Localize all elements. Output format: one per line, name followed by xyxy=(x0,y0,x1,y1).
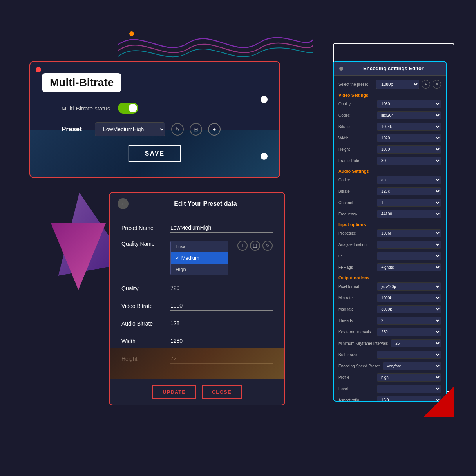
multibitrate-toggle[interactable] xyxy=(118,103,138,114)
width-row: Width xyxy=(121,336,273,346)
analyzeduration-row: Analyzeduration xyxy=(338,241,441,249)
audio-channel-row: Channel 1 xyxy=(338,199,441,207)
min-rate-row: Min rate 1000k xyxy=(338,294,441,302)
pixel-format-select[interactable]: yuv420p xyxy=(377,282,441,291)
max-rate-row: Max rate 3000k xyxy=(338,305,441,313)
framerate-select[interactable]: 30 xyxy=(377,157,441,165)
video-settings-title: Video Settings xyxy=(338,93,441,98)
preset-name-row: Preset Name xyxy=(121,223,273,233)
card-title: Multi-Bitrate xyxy=(42,73,121,92)
encoding-settings-panel: Encoding settings Editor Select the pres… xyxy=(333,61,447,402)
codec-select[interactable]: libx264 xyxy=(377,111,441,119)
min-rate-select[interactable]: 1000k xyxy=(377,294,441,302)
multibitrate-card: Multi-Bitrate Multi-Bitrate status Prese… xyxy=(29,61,280,178)
close-button[interactable]: CLOSE xyxy=(202,385,242,399)
panel-quality-row: Quality 1080 xyxy=(338,100,441,108)
preset-select[interactable]: LowMediumHigh xyxy=(95,122,165,136)
encoding-panel-header: Encoding settings Editor xyxy=(334,62,446,76)
copy-preset-icon-btn[interactable]: ⊟ xyxy=(190,123,202,136)
audio-freq-row: Frequency 44100 xyxy=(338,210,441,218)
panel-title: Encoding settings Editor xyxy=(346,65,440,71)
add-encoding-preset-btn[interactable]: + xyxy=(422,80,430,89)
audio-bitrate-select[interactable]: 128k xyxy=(377,187,441,195)
add-quality-btn[interactable]: + xyxy=(237,241,248,251)
quality-input[interactable] xyxy=(170,283,273,293)
analyzeduration-select[interactable] xyxy=(377,241,441,249)
dropdown-item-low[interactable]: Low xyxy=(171,241,228,252)
profile-select[interactable]: high xyxy=(377,373,441,382)
preset-name-label: Preset Name xyxy=(121,225,165,231)
status-label: Multi-Bitrate status xyxy=(62,105,110,112)
quality-select[interactable]: 1080 xyxy=(377,100,441,108)
ffflags-select[interactable]: +igndts xyxy=(377,263,441,271)
min-keyframe-row: Minimum Keyframe intervals 25 xyxy=(338,339,441,347)
re-row: re xyxy=(338,252,441,260)
keyframe-select[interactable]: 250 xyxy=(377,328,441,336)
buffer-size-select[interactable] xyxy=(377,351,441,359)
edit-quality-btn[interactable]: ✎ xyxy=(262,241,273,251)
audio-settings-title: Audio Settings xyxy=(338,169,441,174)
quality-row: Quality xyxy=(121,283,273,293)
audio-freq-select[interactable]: 44100 xyxy=(377,210,441,218)
select-preset-label: Select the preset xyxy=(338,82,374,87)
save-button[interactable]: SAVE xyxy=(129,145,181,162)
quality-dropdown-container: Low Medium High xyxy=(170,241,228,275)
audio-bitrate-row: Bitrate 128k xyxy=(338,187,441,195)
dropdown-item-medium[interactable]: Medium xyxy=(171,252,228,264)
add-preset-icon-btn[interactable]: + xyxy=(208,123,221,136)
input-options-title: Input options xyxy=(338,222,441,227)
modal-bg-wave xyxy=(110,348,284,379)
width-label: Width xyxy=(121,338,165,344)
edit-modal-body: Preset Name Quality Name Low Medium High… xyxy=(110,215,284,379)
back-button[interactable]: ← xyxy=(118,198,129,209)
preset-name-input[interactable] xyxy=(170,223,273,233)
max-rate-select[interactable]: 3000k xyxy=(377,305,441,313)
quality-name-label: Quality Name xyxy=(121,241,165,247)
encoding-speed-row: Encoding Speed Preset veryfast xyxy=(338,362,441,370)
panel-body: Select the preset 1080p + ✕ Video Settin… xyxy=(334,76,446,402)
panel-height-row: Height 1080 xyxy=(338,145,441,154)
output-options-title: Output options xyxy=(338,275,441,280)
edit-modal-footer: UPDATE CLOSE xyxy=(110,379,284,405)
red-triangle-decoration xyxy=(423,386,454,417)
audio-channel-select[interactable]: 1 xyxy=(377,199,441,207)
encoding-preset-select[interactable]: 1080p xyxy=(376,80,419,89)
re-select[interactable] xyxy=(377,252,441,260)
edit-preset-icon-btn[interactable]: ✎ xyxy=(171,123,184,136)
copy-quality-btn[interactable]: ⊟ xyxy=(250,241,260,251)
encoding-speed-select[interactable]: veryfast xyxy=(383,362,441,370)
video-bitrate-row: Video Bitrate xyxy=(121,301,273,311)
bitrate-select[interactable]: 1024k xyxy=(377,123,441,131)
pixel-format-row: Pixel format yuv420p xyxy=(338,282,441,291)
ffflags-row: FFFlags +igndts xyxy=(338,263,441,271)
update-button[interactable]: UPDATE xyxy=(152,385,195,399)
quality-dropdown[interactable]: Low Medium High xyxy=(170,241,228,275)
video-bitrate-label: Video Bitrate xyxy=(121,303,165,309)
keyframe-intervals-row: Keyframe intervals 250 xyxy=(338,328,441,336)
edit-modal-title: Edit Your Preset data xyxy=(134,200,277,207)
panel-width-select[interactable]: 1920 xyxy=(377,134,441,142)
profile-row: Profile high xyxy=(338,373,441,382)
video-bitrate-input[interactable] xyxy=(170,301,273,311)
audio-bitrate-input[interactable] xyxy=(170,319,273,328)
audio-bitrate-label: Audio Bitrate xyxy=(121,320,165,327)
preset-label: Preset xyxy=(62,125,89,133)
panel-bitrate-row: Bitrate 1024k xyxy=(338,123,441,131)
audio-codec-select[interactable]: aac xyxy=(377,176,441,184)
threads-select[interactable]: 2 xyxy=(377,317,441,325)
probesize-select[interactable]: 100M xyxy=(377,229,441,237)
min-keyframe-select[interactable]: 25 xyxy=(391,339,441,347)
preset-row: Preset LowMediumHigh ✎ ⊟ + xyxy=(62,122,221,136)
del-encoding-preset-btn[interactable]: ✕ xyxy=(433,80,441,89)
preset-select-wrap: Select the preset 1080p + ✕ xyxy=(338,80,441,89)
edit-preset-modal: ← Edit Your Preset data Preset Name Qual… xyxy=(109,192,285,405)
audio-bitrate-row: Audio Bitrate xyxy=(121,319,273,328)
panel-width-row: Width 1920 xyxy=(338,134,441,142)
dropdown-item-high[interactable]: High xyxy=(171,264,228,275)
panel-dot xyxy=(339,67,343,71)
panel-codec-row: Codec libx264 xyxy=(338,111,441,119)
orange-dot-decoration xyxy=(129,31,134,36)
audio-codec-row: Codec aac xyxy=(338,176,441,184)
panel-height-select[interactable]: 1080 xyxy=(377,145,441,154)
width-input[interactable] xyxy=(170,336,273,346)
